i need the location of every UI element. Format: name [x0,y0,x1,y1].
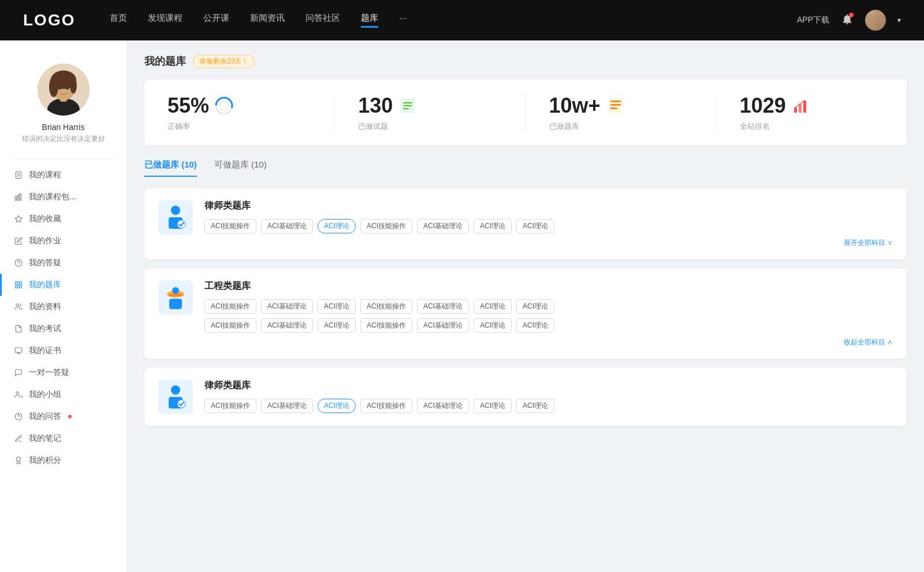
svg-rect-14 [17,195,18,200]
sidebar-item-exam[interactable]: 我的考试 [0,318,126,340]
tag-3-4[interactable]: ACI技能操作 [360,399,412,413]
stat-done-banks: 10w+ 已做题库 [526,94,717,132]
sidebar-label-cert: 我的证书 [29,346,61,356]
tag-3-3[interactable]: ACI理论 [318,399,356,413]
sidebar-item-profile[interactable]: 我的资料 [0,296,126,318]
tag-1-6[interactable]: ACI理论 [474,219,512,233]
nav-link-discover[interactable]: 发现课程 [148,13,182,28]
chart-icon [14,192,23,202]
user-avatar[interactable] [865,10,886,31]
qbank-content-3: 律师类题库 ACI技能操作 ACI基础理论 ACI理论 ACI技能操作 ACI基… [204,380,893,413]
tag-2-4[interactable]: ACI技能操作 [360,299,412,314]
tag-3-1[interactable]: ACI技能操作 [204,399,256,413]
qbank-title-3: 律师类题库 [204,380,893,392]
qbank-content-2: 工程类题库 ACI技能操作 ACI基础理论 ACI理论 ACI技能操作 ACI基… [204,280,893,347]
tab-done-banks[interactable]: 已做题库 (10) [144,159,197,176]
tag-2-8[interactable]: ACI技能操作 [204,318,256,333]
svg-point-7 [58,87,61,90]
edit-icon [14,236,23,246]
sidebar-label-one-on-one: 一对一答疑 [29,367,69,378]
nav-link-qbank[interactable]: 题库 [361,13,378,28]
tag-2-13[interactable]: ACI理论 [474,318,512,333]
tag-2-6[interactable]: ACI理论 [474,299,512,314]
sidebar-item-doubts[interactable]: 我的答疑 [0,252,126,274]
tag-2-7[interactable]: ACI理论 [516,299,554,314]
svg-rect-33 [403,102,412,103]
tag-2-10[interactable]: ACI理论 [318,318,356,333]
bar-red-icon [792,96,810,115]
tag-2-14[interactable]: ACI理论 [516,318,554,333]
sidebar-item-points[interactable]: 我的积分 [0,450,126,471]
nav-link-more[interactable]: ··· [399,13,407,28]
svg-rect-21 [16,285,18,288]
sidebar-avatar [38,64,90,116]
sidebar-item-notes[interactable]: 我的笔记 [0,428,126,450]
tag-3-5[interactable]: ACI基础理论 [417,399,469,413]
tag-1-3[interactable]: ACI理论 [318,219,356,233]
svg-point-31 [219,101,229,110]
qbank-content-1: 律师类题库 ACI技能操作 ACI基础理论 ACI理论 ACI技能操作 ACI基… [204,200,893,248]
qbank-title-2: 工程类题库 [204,280,893,292]
sidebar-item-homework[interactable]: 我的作业 [0,230,126,252]
sidebar-label-groups: 我的小组 [29,389,61,400]
main-content: 我的题库 体验剩余23天！ 55% 正确率 [127,40,924,572]
nav-link-home[interactable]: 首页 [110,13,127,28]
notification-dot [849,13,854,17]
svg-rect-42 [803,101,806,113]
tag-2-12[interactable]: ACI基础理论 [417,318,469,333]
tag-3-6[interactable]: ACI理论 [474,399,512,413]
sidebar-label-my-courses: 我的课程 [29,170,61,180]
app-download-button[interactable]: APP下载 [797,15,829,25]
sidebar-item-course-pkg[interactable]: 我的课程包... [0,186,126,208]
sidebar-item-my-courses[interactable]: 我的课程 [0,164,126,186]
navbar: LOGO 首页 发现课程 公开课 新闻资讯 问答社区 题库 ··· APP下载 … [0,0,924,40]
sidebar-profile: Brian Harris 错误的决定比没有决定要好 [0,52,126,159]
chat-icon [14,368,23,377]
tag-1-5[interactable]: ACI基础理论 [417,219,469,233]
nav-link-qa[interactable]: 问答社区 [305,13,340,28]
expand-button-1[interactable]: 展开全部科目 ∨ [204,238,893,248]
tab-available-banks[interactable]: 可做题库 (10) [214,159,267,176]
sidebar-item-one-on-one[interactable]: 一对一答疑 [0,362,126,384]
tag-2-9[interactable]: ACI基础理论 [261,318,313,333]
svg-point-43 [171,206,180,215]
svg-rect-34 [403,105,412,106]
qbank-tags-1: ACI技能操作 ACI基础理论 ACI理论 ACI技能操作 ACI基础理论 AC… [204,219,893,233]
stat-accuracy-label: 正确率 [167,121,190,132]
lawyer-icon-wrap-2 [158,380,193,414]
tag-2-3[interactable]: ACI理论 [318,299,356,314]
cert-icon [14,346,23,355]
tag-2-5[interactable]: ACI基础理论 [417,299,469,314]
people-icon [14,302,23,311]
qbank-card-inner-2: 工程类题库 ACI技能操作 ACI基础理论 ACI理论 ACI技能操作 ACI基… [158,280,893,347]
collapse-button[interactable]: 收起全部科目 ∧ [204,337,893,347]
tag-2-2[interactable]: ACI基础理论 [261,299,313,314]
sidebar-divider [12,159,115,159]
sidebar-item-cert[interactable]: 我的证书 [0,340,126,362]
svg-point-5 [49,76,58,97]
user-menu-dropdown[interactable]: ▾ [897,16,901,24]
sidebar-label-doubts: 我的答疑 [29,258,61,268]
tag-1-1[interactable]: ACI技能操作 [204,219,256,233]
sidebar-label-my-qa: 我的问答 [29,411,61,422]
tag-3-7[interactable]: ACI理论 [516,399,554,413]
nav-link-open[interactable]: 公开课 [203,13,229,28]
sidebar-item-groups[interactable]: 我的小组 [0,384,126,406]
tag-2-1[interactable]: ACI技能操作 [204,299,256,314]
svg-rect-24 [15,348,22,352]
tag-1-4[interactable]: ACI技能操作 [360,219,412,233]
nav-link-news[interactable]: 新闻资讯 [250,13,285,28]
tag-3-2[interactable]: ACI基础理论 [261,399,313,413]
notification-bell[interactable] [841,13,854,28]
sidebar-label-profile: 我的资料 [29,302,61,312]
sidebar-item-my-qa[interactable]: 我的问答 [0,406,126,428]
sidebar-item-favorites[interactable]: 我的收藏 [0,208,126,230]
sidebar-label-points: 我的积分 [29,455,61,466]
qbank-card-lawyer-2: 律师类题库 ACI技能操作 ACI基础理论 ACI理论 ACI技能操作 ACI基… [144,368,907,426]
tag-1-2[interactable]: ACI基础理论 [261,219,313,233]
tag-1-7[interactable]: ACI理论 [516,219,554,233]
page-title: 我的题库 [144,54,186,68]
sidebar-item-qbank[interactable]: 我的题库 [0,274,126,296]
qbank-tags-2-row1: ACI技能操作 ACI基础理论 ACI理论 ACI技能操作 ACI基础理论 AC… [204,299,893,314]
tag-2-11[interactable]: ACI技能操作 [360,318,412,333]
